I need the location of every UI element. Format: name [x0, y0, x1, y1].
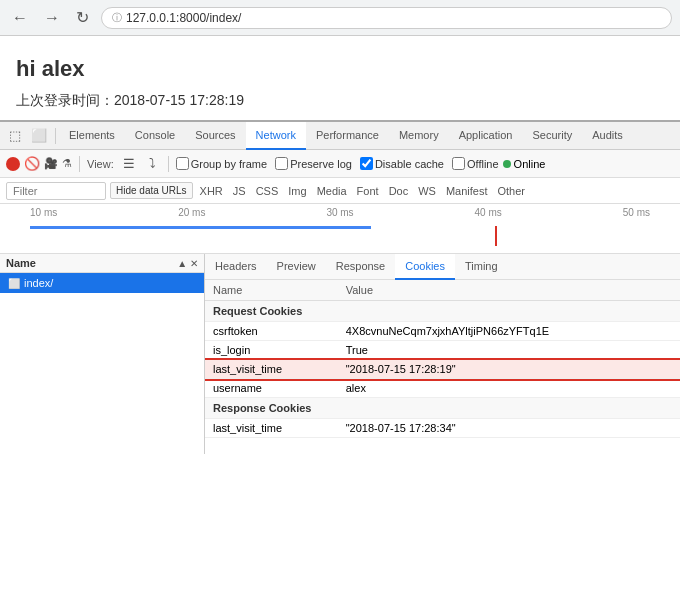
cookie-row-is-login[interactable]: is_login True: [205, 341, 680, 360]
sort-icon: ▲ ✕: [177, 258, 198, 269]
tab-elements[interactable]: Elements: [59, 122, 125, 150]
greeting-text: hi alex: [16, 56, 664, 82]
filter-doc[interactable]: Doc: [386, 185, 412, 197]
view-label: View:: [87, 158, 114, 170]
file-list: Name ▲ ✕ ⬜ index/: [0, 254, 205, 454]
cookie-row-last-visit-time-req[interactable]: last_visit_time "2018-07-15 17:28:19": [205, 360, 680, 379]
cookie-value-last-visit-time-req: "2018-07-15 17:28:19": [338, 360, 680, 379]
list-view-button[interactable]: ☰: [118, 152, 140, 175]
timeline-label-50ms: 50 ms: [623, 207, 650, 218]
cookie-row-last-visit-time-res[interactable]: last_visit_time "2018-07-15 17:28:34": [205, 419, 680, 438]
offline-label[interactable]: Offline: [452, 157, 499, 170]
record-button[interactable]: [6, 157, 20, 171]
preserve-log-checkbox[interactable]: [275, 157, 288, 170]
detail-tab-cookies[interactable]: Cookies: [395, 254, 455, 280]
timeline-label-10ms: 10 ms: [30, 207, 57, 218]
tree-view-button[interactable]: ⤵: [144, 152, 161, 175]
preserve-log-label[interactable]: Preserve log: [275, 157, 352, 170]
filter-button[interactable]: ⚗: [62, 157, 72, 170]
filter-font[interactable]: Font: [354, 185, 382, 197]
filter-other[interactable]: Other: [495, 185, 529, 197]
timeline-bar-marker: [495, 226, 497, 246]
filter-input[interactable]: [6, 182, 106, 200]
file-list-header: Name ▲ ✕: [0, 254, 204, 273]
cookie-row-username[interactable]: username alex: [205, 379, 680, 398]
bottom-pane: Name ▲ ✕ ⬜ index/ Headers Preview Respon…: [0, 254, 680, 454]
toolbar-sep-1: [79, 156, 80, 172]
cookie-value-csrftoken: 4X8cvnuNeCqm7xjxhAYltjiPN66zYFTq1E: [338, 322, 680, 341]
filter-media[interactable]: Media: [314, 185, 350, 197]
detail-tab-headers[interactable]: Headers: [205, 254, 267, 280]
filter-js[interactable]: JS: [230, 185, 249, 197]
hide-data-urls-button[interactable]: Hide data URLs: [110, 182, 193, 199]
detail-tabs: Headers Preview Response Cookies Timing: [205, 254, 680, 280]
stop-button[interactable]: 🚫: [24, 156, 40, 171]
cookie-name-csrftoken: csrftoken: [205, 322, 338, 341]
tab-performance[interactable]: Performance: [306, 122, 389, 150]
screenshot-button[interactable]: 🎥: [44, 157, 58, 170]
tab-application[interactable]: Application: [449, 122, 523, 150]
timeline-label-20ms: 20 ms: [178, 207, 205, 218]
cookie-name-is-login: is_login: [205, 341, 338, 360]
response-cookies-label: Response Cookies: [205, 398, 680, 419]
timeline-bars: [30, 218, 650, 248]
filter-img[interactable]: Img: [285, 185, 309, 197]
address-bar: ⓘ 127.0.0.1:8000/index/: [101, 7, 672, 29]
group-by-frame-checkbox[interactable]: [176, 157, 189, 170]
address-text: 127.0.0.1:8000/index/: [126, 11, 241, 25]
tab-separator-1: [55, 128, 56, 144]
group-by-frame-label[interactable]: Group by frame: [176, 157, 267, 170]
file-name-index: index/: [24, 277, 53, 289]
tab-network[interactable]: Network: [246, 122, 306, 150]
cookie-name-last-visit-time-req: last_visit_time: [205, 360, 338, 379]
filter-xhr[interactable]: XHR: [197, 185, 226, 197]
file-list-header-text: Name: [6, 257, 36, 269]
device-toolbar-button[interactable]: ⬜: [26, 124, 52, 147]
filter-manifest[interactable]: Manifest: [443, 185, 491, 197]
request-cookies-header: Request Cookies: [205, 301, 680, 322]
forward-button[interactable]: →: [40, 7, 64, 29]
cookie-value-username: alex: [338, 379, 680, 398]
browser-chrome: ← → ↻ ⓘ 127.0.0.1:8000/index/: [0, 0, 680, 36]
cookie-name-username: username: [205, 379, 338, 398]
disable-cache-label[interactable]: Disable cache: [360, 157, 444, 170]
tab-security[interactable]: Security: [522, 122, 582, 150]
detail-tab-preview[interactable]: Preview: [267, 254, 326, 280]
filter-css[interactable]: CSS: [253, 185, 282, 197]
cookie-value-is-login: True: [338, 341, 680, 360]
lock-icon: ⓘ: [112, 11, 122, 25]
timeline-label-40ms: 40 ms: [475, 207, 502, 218]
tab-audits[interactable]: Audits: [582, 122, 633, 150]
toolbar-sep-2: [168, 156, 169, 172]
tab-console[interactable]: Console: [125, 122, 185, 150]
timeline-label-30ms: 30 ms: [326, 207, 353, 218]
cookie-row-csrftoken[interactable]: csrftoken 4X8cvnuNeCqm7xjxhAYltjiPN66zYF…: [205, 322, 680, 341]
tab-sources[interactable]: Sources: [185, 122, 245, 150]
response-cookies-header: Response Cookies: [205, 398, 680, 419]
timeline-bar-network: [30, 226, 371, 229]
detail-tab-response[interactable]: Response: [326, 254, 396, 280]
offline-checkbox[interactable]: [452, 157, 465, 170]
value-column-header: Value: [338, 280, 680, 301]
network-toolbar: 🚫 🎥 ⚗ View: ☰ ⤵ Group by frame Preserve …: [0, 150, 680, 178]
devtools-panel: ⬚ ⬜ Elements Console Sources Network Per…: [0, 120, 680, 454]
detail-tab-timing[interactable]: Timing: [455, 254, 508, 280]
last-login-text: 上次登录时间：2018-07-15 17:28:19: [16, 92, 664, 110]
filter-bar: Hide data URLs XHR JS CSS Img Media Font…: [0, 178, 680, 204]
tab-memory[interactable]: Memory: [389, 122, 449, 150]
inspect-element-button[interactable]: ⬚: [4, 124, 26, 147]
disable-cache-checkbox[interactable]: [360, 157, 373, 170]
file-row-index[interactable]: ⬜ index/: [0, 273, 204, 293]
toolbar-checkboxes: Group by frame Preserve log Disable cach…: [176, 157, 499, 170]
reload-button[interactable]: ↻: [72, 6, 93, 29]
online-dot: [503, 160, 511, 168]
devtools-tab-bar: ⬚ ⬜ Elements Console Sources Network Per…: [0, 122, 680, 150]
request-cookies-label: Request Cookies: [205, 301, 680, 322]
timeline: 10 ms 20 ms 30 ms 40 ms 50 ms: [0, 204, 680, 254]
timeline-labels: 10 ms 20 ms 30 ms 40 ms 50 ms: [0, 204, 680, 218]
name-column-header: Name: [205, 280, 338, 301]
file-icon: ⬜: [8, 278, 20, 289]
back-button[interactable]: ←: [8, 7, 32, 29]
filter-ws[interactable]: WS: [415, 185, 439, 197]
cookie-name-last-visit-time-res: last_visit_time: [205, 419, 338, 438]
